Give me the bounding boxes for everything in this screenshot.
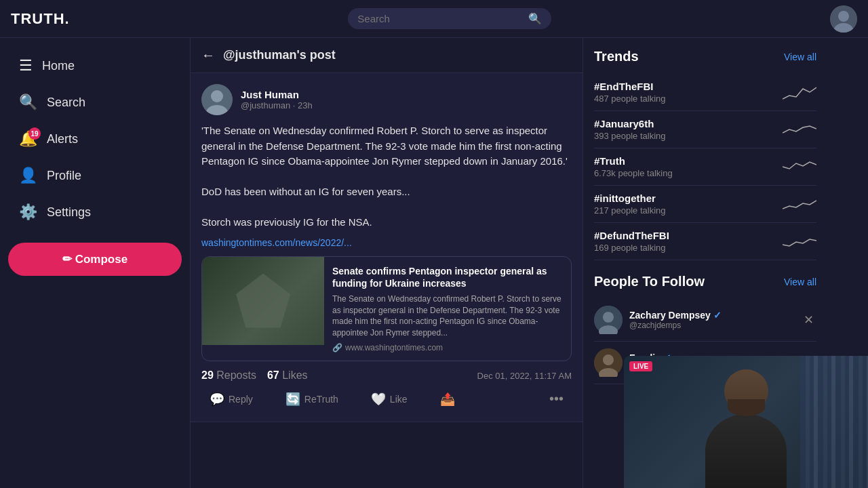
follow-info-1: Zachary Dempsey ✓ @zachjdemps <box>629 310 794 330</box>
people-header: People To Follow View all <box>594 274 816 289</box>
center-feed: ← @justhuman's post Just Human @justhuma… <box>190 38 583 488</box>
author-avatar[interactable] <box>201 84 233 115</box>
trend-chart-1 <box>783 82 816 102</box>
link-card-image <box>202 257 324 345</box>
reply-icon: 💬 <box>210 392 224 407</box>
reposts-count: 29 Reposts <box>201 369 256 382</box>
live-video-player: LIVE <box>624 356 868 488</box>
sidebar-label-home: Home <box>42 59 75 73</box>
compose-button[interactable]: ✏ Compose <box>8 243 182 276</box>
sidebar-label-profile: Profile <box>47 169 81 183</box>
link-card[interactable]: Senate confirms Pentagon inspector gener… <box>201 256 572 362</box>
sidebar-item-search[interactable]: 🔍 Search <box>8 85 182 119</box>
search-input[interactable] <box>357 13 523 24</box>
trends-title: Trends <box>594 49 639 64</box>
user-avatar-top[interactable] <box>830 5 857 33</box>
svg-point-10 <box>603 354 614 365</box>
post-timestamp: Dec 01, 2022, 11:17 AM <box>477 371 572 381</box>
follow-avatar-1 <box>594 306 623 334</box>
sidebar: ☰ Home 🔍 Search 19 🔔 Alerts 👤 Profile ⚙️… <box>0 38 190 488</box>
sidebar-label-alerts: Alerts <box>47 132 78 146</box>
verified-badge-1: ✓ <box>713 310 722 321</box>
dismiss-follow-1[interactable]: ✕ <box>801 310 816 330</box>
pentagon-aerial-photo <box>202 257 324 345</box>
author-info: Just Human @justhuman · 23h <box>241 89 313 110</box>
people-view-all[interactable]: View all <box>784 277 816 287</box>
search-icon: 🔍 <box>528 12 542 25</box>
search-nav-icon: 🔍 <box>19 94 37 111</box>
author-name[interactable]: Just Human <box>241 89 313 100</box>
profile-icon: 👤 <box>19 167 37 184</box>
post-text: 'The Senate on Wednesday confirmed Rober… <box>201 123 572 230</box>
settings-icon: ⚙️ <box>19 203 37 221</box>
post-actions: 💬 Reply 🔄 ReTruth 🤍 Like 📤 ••• <box>201 382 572 411</box>
author-row: Just Human @justhuman · 23h <box>201 84 572 115</box>
sidebar-item-home[interactable]: ☰ Home <box>8 49 182 83</box>
post-page-header: ← @justhuman's post <box>191 38 583 73</box>
home-icon: ☰ <box>19 57 33 75</box>
sidebar-label-settings: Settings <box>47 205 91 220</box>
people-title: People To Follow <box>594 274 705 289</box>
share-icon: 📤 <box>440 392 455 407</box>
like-icon: 🤍 <box>371 392 386 407</box>
svg-point-1 <box>838 11 849 22</box>
post-card: Just Human @justhuman · 23h 'The Senate … <box>191 73 583 422</box>
trend-item-5[interactable]: #DefundTheFBI 169 people talking <box>594 223 816 260</box>
trend-chart-4 <box>783 194 816 214</box>
link-card-url: 🔗 www.washingtontimes.com <box>332 343 563 352</box>
streamer-head <box>724 369 768 413</box>
post-page-title: @justhuman's post <box>223 48 336 62</box>
trend-chart-3 <box>783 157 816 177</box>
follow-avatar-2 <box>594 348 623 377</box>
trend-chart-5 <box>783 231 816 251</box>
link-card-title: Senate confirms Pentagon inspector gener… <box>332 265 563 289</box>
sidebar-item-settings[interactable]: ⚙️ Settings <box>8 195 182 229</box>
trend-item-1[interactable]: #EndTheFBI 487 people talking <box>594 74 816 111</box>
search-bar[interactable]: 🔍 <box>348 8 551 29</box>
like-button[interactable]: 🤍 Like <box>363 388 416 411</box>
retruth-icon: 🔄 <box>285 392 300 407</box>
trend-item-3[interactable]: #Truth 6.73k people talking <box>594 148 816 186</box>
trends-header: Trends View all <box>594 49 816 64</box>
sidebar-item-profile[interactable]: 👤 Profile <box>8 159 182 192</box>
more-options-button[interactable]: ••• <box>541 387 572 411</box>
svg-point-4 <box>211 90 223 102</box>
streamer-figure <box>698 356 793 488</box>
post-external-link[interactable]: washingtontimes.com/news/2022/... <box>201 237 572 248</box>
trend-item-4[interactable]: #inittogether 217 people talking <box>594 186 816 223</box>
author-handle: @justhuman · 23h <box>241 100 313 110</box>
link-card-description: The Senate on Wednesday confirmed Robert… <box>332 293 563 339</box>
live-video-overlay[interactable]: LIVE <box>624 356 868 488</box>
likes-count: 67 Likes <box>267 369 308 382</box>
retruth-button[interactable]: 🔄 ReTruth <box>277 388 347 411</box>
post-stats-row: 29 Reposts 67 Likes Dec 01, 2022, 11:17 … <box>201 369 572 382</box>
streamer-body <box>705 414 787 488</box>
trends-view-all[interactable]: View all <box>784 52 816 62</box>
back-button[interactable]: ← <box>201 47 215 63</box>
trend-item-2[interactable]: #January6th 393 people talking <box>594 111 816 148</box>
link-icon: 🔗 <box>332 343 342 352</box>
app-logo: TRUTH. <box>11 10 70 28</box>
sidebar-label-search: Search <box>47 96 85 110</box>
top-nav: TRUTH. 🔍 <box>0 0 868 38</box>
stats-group: 29 Reposts 67 Likes <box>201 369 308 382</box>
share-button[interactable]: 📤 <box>432 388 463 411</box>
sidebar-item-alerts[interactable]: 19 🔔 Alerts <box>8 122 182 156</box>
alerts-badge: 19 <box>28 127 41 140</box>
svg-point-7 <box>603 312 614 323</box>
follow-item-1: Zachary Dempsey ✓ @zachjdemps ✕ <box>594 299 816 342</box>
reply-button[interactable]: 💬 Reply <box>201 388 261 411</box>
link-card-body: Senate confirms Pentagon inspector gener… <box>324 257 571 361</box>
trend-chart-2 <box>783 119 816 140</box>
